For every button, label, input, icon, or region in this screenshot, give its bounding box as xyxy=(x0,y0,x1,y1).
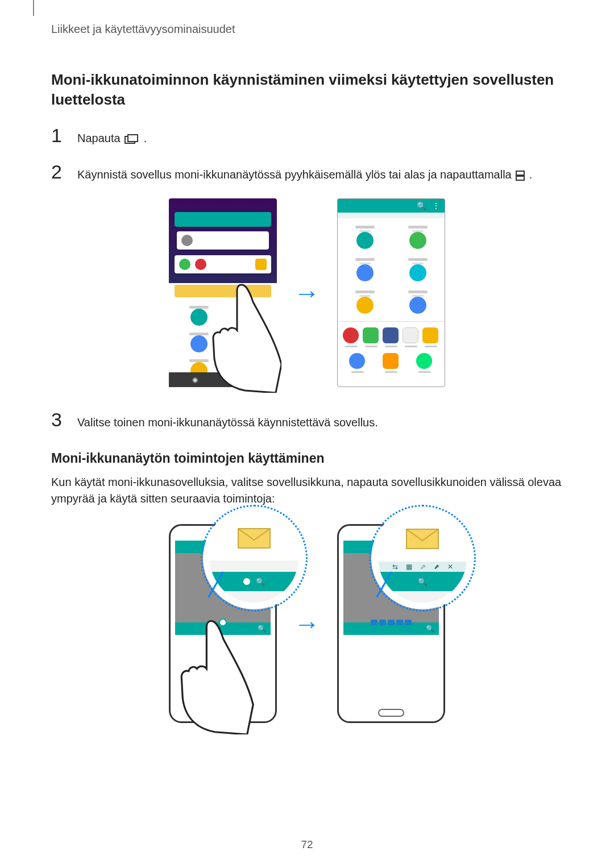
step-3-text: Valitse toinen moni-ikkunanäytössä käynn… xyxy=(77,410,378,430)
arrow-right-icon: → xyxy=(294,608,320,639)
recent-apps-icon xyxy=(125,134,139,144)
figure-1: ◉≡✕ → 🔍⋮ xyxy=(51,198,563,387)
drag-content-icon: ▦ xyxy=(406,563,412,571)
body-paragraph: Kun käytät moni-ikkunasovelluksia, valit… xyxy=(51,474,563,507)
step-1-text-post: . xyxy=(144,132,147,144)
arrow-right-icon: → xyxy=(294,277,320,308)
magnifier-zoom: ⇆ ▦ ⬀ ⬈ ✕ 🔍 xyxy=(371,507,474,609)
section-heading: Moni-ikkunatoiminnon käynnistäminen viim… xyxy=(51,70,563,110)
figure-2: ◧ 🔍 🔍 xyxy=(51,524,563,723)
step-3: 3 Valitse toinen moni-ikkunanäytössä käy… xyxy=(51,410,563,430)
search-icon: 🔍 xyxy=(417,201,426,210)
page-number: 72 xyxy=(301,838,313,851)
magnifier-zoom: 🔍 xyxy=(203,507,305,609)
step-1: 1 Napauta . xyxy=(51,126,563,146)
menu-icon: ⋮ xyxy=(432,201,440,210)
step-number: 1 xyxy=(51,126,67,145)
breadcrumb: Liikkeet ja käytettävyysominaisuudet xyxy=(51,23,563,36)
envelope-icon xyxy=(237,525,271,549)
step-2-text-post: . xyxy=(529,168,533,181)
search-icon: 🔍 xyxy=(426,625,434,633)
svg-rect-2 xyxy=(516,171,524,175)
svg-rect-1 xyxy=(128,135,138,142)
split-screen-icon xyxy=(516,171,525,181)
multiwindow-toolbar: ⇆ ▦ ⬀ ⬈ ✕ xyxy=(378,562,467,572)
step-2: 2 Käynnistä sovellus moni-ikkunanäytössä… xyxy=(51,162,563,182)
figure-phone-files: 🔍⋮ xyxy=(337,198,445,387)
maximize-icon: ⬈ xyxy=(434,563,439,571)
figure-phone-recents: ◉≡✕ xyxy=(169,198,277,387)
subsection-heading: Moni-ikkunanäytön toimintojen käyttämine… xyxy=(51,451,563,466)
close-icon: ✕ xyxy=(447,563,453,571)
svg-rect-3 xyxy=(516,176,524,180)
step-number: 3 xyxy=(51,410,67,429)
step-2-text-pre: Käynnistä sovellus moni-ikkunanäytössä p… xyxy=(77,168,515,181)
search-icon: 🔍 xyxy=(418,578,427,586)
step-number: 2 xyxy=(51,162,67,181)
swap-icon: ⇆ xyxy=(392,563,398,571)
step-1-text-pre: Napauta xyxy=(77,132,123,144)
minimize-icon: ⬀ xyxy=(420,563,426,571)
header-rule xyxy=(33,0,34,16)
envelope-icon xyxy=(405,526,439,550)
search-icon: 🔍 xyxy=(256,578,265,586)
search-icon: 🔍 xyxy=(258,625,266,633)
